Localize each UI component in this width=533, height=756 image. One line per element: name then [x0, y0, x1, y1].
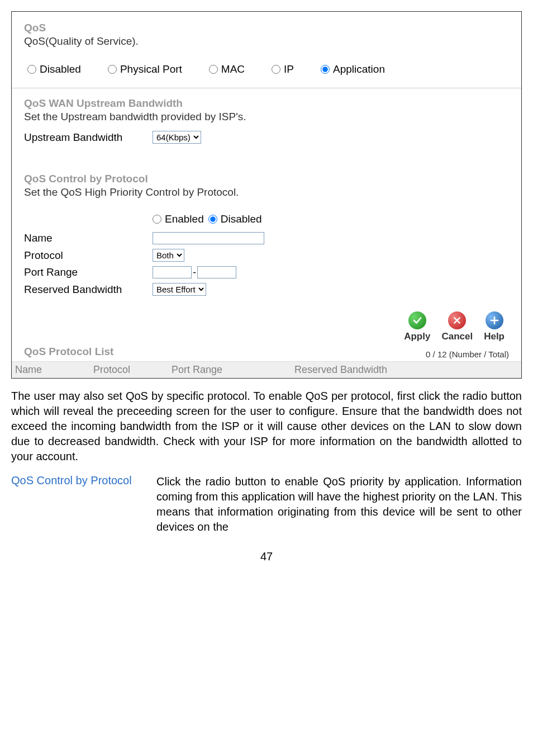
upstream-subtitle: Set the Upstream bandwidth provided by I…	[24, 111, 509, 123]
protocol-control-section: QoS Control by Protocol Set the QoS High…	[24, 164, 509, 378]
radio-pc-disabled-input[interactable]	[208, 215, 217, 224]
definition-content: Click the radio button to enable QoS pri…	[156, 474, 522, 535]
help-label: Help	[484, 331, 505, 342]
radio-pc-enabled[interactable]: Enabled	[153, 213, 204, 225]
help-button[interactable]: Help	[484, 311, 505, 342]
check-icon	[408, 311, 426, 329]
radio-mac[interactable]: MAC	[209, 63, 245, 75]
description-paragraph: The user may also set QoS by specific pr…	[11, 389, 522, 464]
radio-physical-port[interactable]: Physical Port	[108, 63, 182, 75]
cancel-label: Cancel	[441, 331, 473, 342]
protocol-list-title: QoS Protocol List	[24, 346, 113, 358]
protocol-enabled-radios: Enabled Disabled	[153, 213, 509, 225]
radio-physical-port-label: Physical Port	[120, 63, 182, 75]
qos-panel: QoS QoS(Quality of Service). Disabled Ph…	[11, 11, 522, 379]
radio-application-label: Application	[333, 63, 385, 75]
radio-physical-port-input[interactable]	[108, 65, 117, 74]
radio-ip[interactable]: IP	[272, 63, 294, 75]
qos-mode-radios: Disabled Physical Port MAC IP Applicatio…	[24, 53, 509, 88]
protocol-select[interactable]: Both	[153, 249, 184, 262]
definition-label: QoS Control by Protocol	[11, 474, 156, 535]
port-range-inputs: -	[153, 266, 236, 278]
reserved-bw-select[interactable]: Best Effort	[153, 283, 206, 296]
name-label: Name	[24, 232, 153, 244]
radio-application[interactable]: Application	[321, 63, 385, 75]
upstream-bw-select[interactable]: 64(Kbps)	[153, 131, 201, 144]
upstream-title: QoS WAN Upstream Bandwidth	[24, 97, 509, 110]
protocol-list-count: 0 / 12 (Number / Total)	[426, 349, 509, 359]
port-range-dash: -	[193, 267, 196, 278]
page-number: 47	[6, 550, 527, 563]
upstream-section: QoS WAN Upstream Bandwidth Set the Upstr…	[24, 88, 509, 144]
upstream-bw-label: Upstream Bandwidth	[24, 131, 153, 144]
col-protocol: Protocol	[93, 364, 172, 376]
col-name: Name	[15, 364, 93, 376]
cancel-button[interactable]: Cancel	[441, 311, 473, 342]
protocol-form: Name Protocol Both Port Range - Reserved…	[24, 232, 509, 296]
radio-application-input[interactable]	[321, 65, 330, 74]
radio-mac-input[interactable]	[209, 65, 218, 74]
radio-pc-disabled-label: Disabled	[221, 213, 262, 225]
qos-section: QoS QoS(Quality of Service). Disabled Ph…	[24, 22, 509, 88]
port-from-input[interactable]	[153, 266, 192, 278]
radio-ip-label: IP	[284, 63, 294, 75]
protocol-control-subtitle: Set the QoS High Priority Control by Pro…	[24, 186, 509, 199]
radio-pc-enabled-label: Enabled	[165, 213, 204, 225]
col-port: Port Range	[172, 364, 294, 376]
radio-mac-label: MAC	[221, 63, 245, 75]
apply-button[interactable]: Apply	[404, 311, 430, 342]
radio-pc-disabled[interactable]: Disabled	[208, 213, 262, 225]
radio-ip-input[interactable]	[272, 65, 280, 74]
port-to-input[interactable]	[197, 266, 236, 278]
radio-disabled-label: Disabled	[40, 63, 81, 75]
x-icon	[448, 311, 466, 329]
protocol-list-header: QoS Protocol List 0 / 12 (Number / Total…	[24, 346, 509, 359]
col-reserved-bw: Reserved Bandwidth	[294, 364, 518, 376]
name-input[interactable]	[153, 232, 264, 244]
protocol-control-title: QoS Control by Protocol	[24, 173, 509, 185]
radio-disabled[interactable]: Disabled	[27, 63, 81, 75]
reserved-bw-label: Reserved Bandwidth	[24, 284, 153, 296]
qos-subtitle: QoS(Quality of Service).	[24, 35, 509, 48]
apply-label: Apply	[404, 331, 430, 342]
radio-disabled-input[interactable]	[27, 65, 36, 74]
definition-row: QoS Control by Protocol Click the radio …	[11, 474, 522, 535]
port-range-label: Port Range	[24, 266, 153, 278]
protocol-table-header: Name Protocol Port Range Reserved Bandwi…	[12, 361, 521, 378]
action-buttons: Apply Cancel Help	[24, 311, 509, 342]
plus-icon	[486, 311, 503, 329]
protocol-label: Protocol	[24, 249, 153, 262]
qos-title: QoS	[24, 22, 509, 34]
radio-pc-enabled-input[interactable]	[153, 215, 161, 224]
